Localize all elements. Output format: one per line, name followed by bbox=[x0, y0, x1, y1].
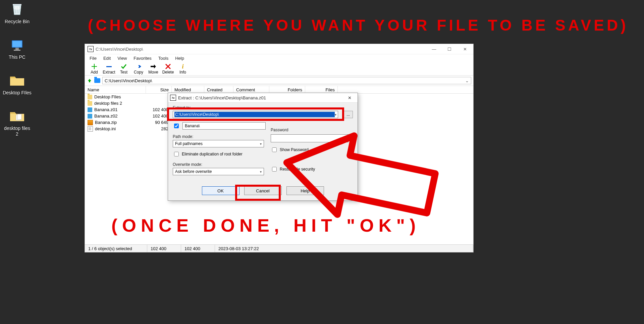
restore-security-checkbox[interactable]: Restore file security bbox=[271, 166, 351, 173]
annotation-top: (CHOOSE WHERE YOU WANT YOUR FILE TO BE S… bbox=[88, 16, 628, 34]
toolbar-extract-label: Extract bbox=[103, 70, 115, 75]
minus-icon bbox=[106, 63, 112, 70]
svg-point-1 bbox=[14, 6, 20, 10]
col-size[interactable]: Size bbox=[146, 86, 172, 93]
this-pc-icon[interactable]: This PC bbox=[2, 37, 32, 60]
close-button[interactable]: ✕ bbox=[457, 44, 473, 54]
annotation-bottom: (ONCE DONE, HIT "OK") bbox=[111, 215, 420, 236]
password-label: Password bbox=[271, 128, 351, 132]
menu-tools[interactable]: Tools bbox=[156, 55, 171, 61]
window-title: C:\Users\Vince\Desktop\ bbox=[96, 47, 426, 52]
col-name[interactable]: Name bbox=[85, 86, 146, 93]
info-icon: i bbox=[179, 63, 186, 70]
extract-to-label: Extract to: bbox=[173, 105, 353, 110]
status-selection: 1 / 6 object(s) selected bbox=[85, 245, 147, 252]
menu-file[interactable]: File bbox=[87, 55, 99, 61]
up-one-level-button[interactable] bbox=[87, 78, 92, 83]
zip-icon bbox=[88, 120, 93, 125]
menu-edit[interactable]: Edit bbox=[101, 55, 113, 61]
statusbar: 1 / 6 object(s) selected 102 400 102 400… bbox=[85, 244, 473, 252]
toolbar-info-label: Info bbox=[179, 70, 186, 75]
overwrite-select[interactable]: Ask before overwrite▾ bbox=[173, 168, 264, 175]
toolbar-copy-label: Copy bbox=[134, 70, 143, 75]
help-button[interactable]: Help bbox=[286, 186, 324, 195]
menu-favorites[interactable]: Favorites bbox=[131, 55, 154, 61]
trash-icon bbox=[9, 1, 25, 17]
folder-icon bbox=[88, 95, 92, 99]
show-password-checkbox[interactable]: Show Password bbox=[271, 146, 351, 153]
path-value: C:\Users\Vince\Desktop\ bbox=[105, 78, 152, 83]
status-date: 2023-08-03 13:27:22 bbox=[215, 245, 473, 252]
chevron-down-icon: ▾ bbox=[260, 170, 262, 174]
minimize-button[interactable]: — bbox=[426, 44, 442, 54]
plus-icon bbox=[91, 63, 98, 70]
svg-rect-5 bbox=[14, 50, 20, 51]
sevenzip-icon: 7z bbox=[170, 95, 176, 101]
this-pc-label: This PC bbox=[2, 54, 32, 60]
desktop-files-2-label-l2: 2 bbox=[2, 131, 32, 137]
svg-rect-4 bbox=[15, 48, 19, 50]
svg-rect-8 bbox=[106, 66, 112, 67]
sevenzip-icon: 7z bbox=[88, 46, 94, 52]
toolbar-info[interactable]: i Info bbox=[175, 63, 190, 75]
svg-rect-0 bbox=[13, 4, 21, 5]
check-icon bbox=[120, 63, 127, 70]
chevron-down-icon: ▾ bbox=[335, 113, 336, 117]
menubar: File Edit View Favorites Tools Help bbox=[85, 54, 473, 62]
toolbar-delete[interactable]: Delete bbox=[161, 63, 175, 75]
pathmode-select[interactable]: Full pathnames▾ bbox=[173, 140, 264, 147]
toolbar-test-label: Test bbox=[120, 70, 127, 75]
dialog-close-button[interactable]: ✕ bbox=[343, 93, 356, 102]
path-combobox[interactable]: C:\Users\Vince\Desktop\ ⌄ bbox=[102, 77, 471, 84]
pathbar: C:\Users\Vince\Desktop\ ⌄ bbox=[85, 76, 473, 86]
titlebar[interactable]: 7z C:\Users\Vince\Desktop\ — ☐ ✕ bbox=[85, 44, 473, 54]
recycle-bin-label: Recycle Bin bbox=[2, 19, 32, 25]
chevron-down-icon: ⌄ bbox=[465, 78, 469, 83]
subfolder-input[interactable]: Banana\ bbox=[182, 122, 266, 130]
maximize-button[interactable]: ☐ bbox=[442, 44, 457, 54]
menu-view[interactable]: View bbox=[115, 55, 129, 61]
status-size2: 102 400 bbox=[181, 245, 215, 252]
browse-button[interactable]: ... bbox=[343, 111, 353, 118]
extract-to-combobox[interactable]: C:\Users\Vince\Desktop\ ▾ bbox=[173, 111, 338, 118]
col-modified[interactable]: Modified bbox=[172, 86, 204, 93]
archive-part-icon bbox=[88, 114, 92, 119]
monitor-icon bbox=[9, 37, 25, 53]
archive-part-icon bbox=[88, 107, 92, 112]
toolbar-extract[interactable]: Extract bbox=[102, 63, 116, 75]
dialog-title: Extract : C:\Users\Vince\Desktop\Banana.… bbox=[178, 95, 343, 100]
desktop-files-folder-icon[interactable]: Desktop FIles bbox=[2, 73, 32, 96]
col-comment[interactable]: Comment bbox=[233, 86, 269, 93]
dialog-titlebar[interactable]: 7z Extract : C:\Users\Vince\Desktop\Bana… bbox=[168, 93, 358, 103]
recycle-bin-icon[interactable]: Recycle Bin bbox=[2, 1, 32, 25]
subfolder-checkbox[interactable] bbox=[174, 124, 179, 128]
x-icon bbox=[165, 63, 171, 70]
cancel-button[interactable]: Cancel bbox=[244, 186, 282, 195]
chevron-down-icon: ▾ bbox=[260, 142, 262, 146]
status-size1: 102 400 bbox=[147, 245, 181, 252]
folder-icon bbox=[9, 73, 25, 89]
ini-file-icon bbox=[88, 126, 93, 132]
password-input[interactable] bbox=[271, 134, 348, 142]
extract-dialog: 7z Extract : C:\Users\Vince\Desktop\Bana… bbox=[168, 93, 358, 201]
folder-icon bbox=[94, 78, 100, 83]
menu-help[interactable]: Help bbox=[172, 55, 187, 61]
toolbar-copy[interactable]: Copy bbox=[131, 63, 146, 75]
col-created[interactable]: Created bbox=[204, 86, 233, 93]
col-folders[interactable]: Folders bbox=[269, 86, 305, 93]
extract-to-value: C:\Users\Vince\Desktop\ bbox=[174, 112, 335, 117]
desktop-files-label: Desktop FIles bbox=[2, 90, 32, 96]
toolbar-move-label: Move bbox=[148, 70, 158, 75]
ok-button[interactable]: OK bbox=[202, 186, 239, 195]
toolbar-test[interactable]: Test bbox=[116, 63, 131, 75]
toolbar-move[interactable]: Move bbox=[146, 63, 161, 75]
svg-rect-7 bbox=[17, 114, 21, 120]
folder-icon bbox=[9, 108, 25, 124]
toolbar: Add Extract Test Copy Move Delete i Info bbox=[85, 62, 473, 76]
desktop-files-2-folder-icon[interactable]: desktop files 2 bbox=[2, 108, 32, 137]
desktop-files-2-label-l1: desktop files bbox=[2, 126, 32, 131]
svg-text:i: i bbox=[182, 63, 183, 70]
toolbar-add[interactable]: Add bbox=[87, 63, 102, 75]
folder-icon bbox=[88, 101, 92, 106]
col-files[interactable]: Files bbox=[305, 86, 338, 93]
